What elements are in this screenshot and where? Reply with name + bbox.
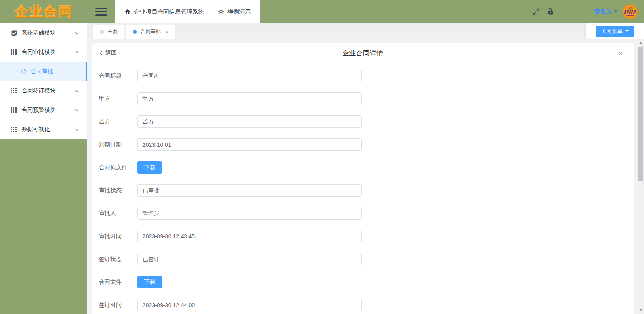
chevron-down-icon <box>74 88 79 93</box>
field-row-approval-status: 审批状态 <box>99 184 634 197</box>
sidebar-item-label: 合同签订模块 <box>22 87 74 94</box>
demo-label[interactable]: 样例演示 <box>227 8 251 16</box>
field-label: 签订状态 <box>99 256 137 263</box>
field-label: 合同文件 <box>99 279 137 286</box>
back-button[interactable]: 返回 <box>99 49 117 57</box>
grid-icon <box>11 107 17 113</box>
avatar-main-text: JAVA <box>623 10 636 15</box>
close-menu-block: 关闭菜单 <box>586 23 644 39</box>
tab-label: 主页 <box>107 28 118 35</box>
approval-time-input[interactable] <box>137 230 362 242</box>
tab-label: 合同审批 <box>140 28 161 35</box>
chevron-down-icon <box>625 30 629 32</box>
globe-icon <box>21 69 27 74</box>
lock-icon[interactable] <box>547 8 554 15</box>
fullscreen-icon[interactable] <box>533 8 540 16</box>
avatar-decoration <box>626 15 634 16</box>
chevron-up-icon <box>74 50 79 55</box>
field-row-sign-time: 签订时间 <box>99 299 634 311</box>
tab-home[interactable]: 主页 <box>93 25 124 39</box>
sidebar-menu: 系统基础模块合同审批模块合同审批合同签订模块合同预警模块数据可视化 <box>0 23 87 139</box>
gear-icon[interactable] <box>218 8 224 15</box>
expiry-date-input[interactable] <box>137 138 362 151</box>
close-icon[interactable]: × <box>618 49 623 57</box>
sidebar: 企业合同 系统基础模块合同审批模块合同审批合同签订模块合同预警模块数据可视化 <box>0 0 87 314</box>
sidebar-item-system-base[interactable]: 系统基础模块 <box>0 23 87 43</box>
app-logo-text: 企业合同 <box>15 2 73 21</box>
main-column: 企业项目合同信息管理系统 样例演示 管理员 小郑 JAVA <box>87 0 644 314</box>
panel-header: 返回 企业合同详情 × <box>92 43 634 63</box>
user-name: 管理员 <box>594 8 611 15</box>
sidebar-item-contract-signing-module[interactable]: 合同签订模块 <box>0 81 87 101</box>
chevron-down-icon <box>614 10 618 13</box>
contract-title-input[interactable] <box>137 70 362 82</box>
contract-file-download-button[interactable]: 下载 <box>137 276 162 288</box>
scrollbar-thumb[interactable] <box>638 47 643 181</box>
topbar: 企业项目合同信息管理系统 样例演示 管理员 小郑 JAVA <box>87 0 644 23</box>
back-label: 返回 <box>105 49 117 57</box>
field-row-party-a: 甲方 <box>99 92 634 105</box>
chevron-left-icon <box>99 51 103 56</box>
field-label: 签订时间 <box>99 302 137 309</box>
field-row-sign-status: 签订状态 <box>99 253 634 265</box>
hamburger-menu-icon[interactable] <box>95 8 107 16</box>
checkbox-icon <box>11 30 17 36</box>
sidebar-item-label: 数据可视化 <box>22 126 74 133</box>
sidebar-subitem-contract-approval[interactable]: 合同审批 <box>0 62 87 81</box>
field-row-original-file: 合同原文件下载 <box>99 161 634 174</box>
contract-form: 合同标题甲方乙方到期日期合同原文件下载审批状态审批人审批时间签订状态合同文件下载… <box>92 63 634 311</box>
system-name[interactable]: 企业项目合同信息管理系统 <box>134 8 204 16</box>
party-a-input[interactable] <box>137 92 362 105</box>
field-label: 合同原文件 <box>99 164 137 171</box>
tab-status-dot <box>133 30 137 34</box>
field-label: 到期日期 <box>99 141 137 148</box>
sign-status-input[interactable] <box>137 253 362 265</box>
scroll-down-icon[interactable] <box>637 307 644 313</box>
field-row-contract-title: 合同标题 <box>99 70 634 82</box>
tab-bar: 主页合同审批× 关闭菜单 <box>87 23 644 39</box>
field-label: 审批人 <box>99 210 137 217</box>
sidebar-item-label: 合同预警模块 <box>22 107 74 114</box>
sidebar-item-data-visualization[interactable]: 数据可视化 <box>0 120 87 139</box>
scroll-up-icon[interactable] <box>637 40 644 46</box>
chevron-down-icon <box>74 31 79 35</box>
field-row-approval-time: 审批时间 <box>99 230 634 242</box>
field-row-contract-file: 合同文件下载 <box>99 276 634 288</box>
party-b-input[interactable] <box>137 115 362 128</box>
field-row-approver: 审批人 <box>99 207 634 220</box>
tab-close-icon[interactable]: × <box>165 29 169 35</box>
content-area: 返回 企业合同详情 × 合同标题甲方乙方到期日期合同原文件下载审批状态审批人审批… <box>87 39 637 314</box>
home-icon[interactable] <box>124 8 131 15</box>
vertical-scrollbar[interactable] <box>637 39 644 314</box>
tab-status-dot <box>100 30 104 34</box>
sidebar-item-contract-approval-module[interactable]: 合同审批模块 <box>0 43 87 62</box>
topbar-right: 管理员 小郑 JAVA <box>533 4 644 19</box>
close-menu-label: 关闭菜单 <box>601 28 623 35</box>
approval-status-input[interactable] <box>137 184 362 197</box>
grid-icon <box>11 127 17 133</box>
field-label: 乙方 <box>99 118 137 125</box>
field-label: 审批状态 <box>99 187 137 194</box>
user-dropdown[interactable]: 管理员 <box>594 8 618 15</box>
field-label: 审批时间 <box>99 233 137 240</box>
field-label: 合同标题 <box>99 72 137 80</box>
field-label: 甲方 <box>99 95 137 103</box>
tab-contract-approval[interactable]: 合同审批× <box>126 25 175 39</box>
sidebar-item-label: 合同审批模块 <box>22 49 74 56</box>
avatar[interactable]: 小郑 JAVA <box>623 4 638 19</box>
sign-time-input[interactable] <box>137 299 362 311</box>
tabs: 主页合同审批× <box>93 25 175 39</box>
sidebar-item-label: 系统基础模块 <box>22 29 74 37</box>
sidebar-subitem-label: 合同审批 <box>31 68 53 75</box>
approver-input[interactable] <box>137 207 362 220</box>
original-file-download-button[interactable]: 下载 <box>137 161 162 174</box>
breadcrumb: 企业项目合同信息管理系统 样例演示 <box>115 0 260 23</box>
grid-icon <box>11 88 17 94</box>
grid-icon <box>11 49 17 55</box>
field-row-expiry-date: 到期日期 <box>99 138 634 151</box>
chevron-down-icon <box>74 127 79 132</box>
panel-title: 企业合同详情 <box>92 49 634 58</box>
contract-detail-panel: 返回 企业合同详情 × 合同标题甲方乙方到期日期合同原文件下载审批状态审批人审批… <box>92 43 634 314</box>
close-menu-button[interactable]: 关闭菜单 <box>596 26 634 37</box>
sidebar-item-contract-warning-module[interactable]: 合同预警模块 <box>0 101 87 120</box>
